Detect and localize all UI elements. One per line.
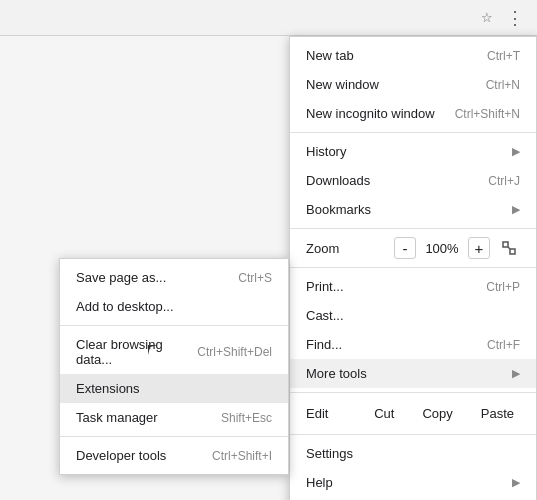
submenu-item-label: Save page as... [76,270,166,285]
star-icon: ☆ [481,10,493,25]
menu-icon: ⋮ [506,7,524,29]
browser-toolbar: ☆ ⋮ [0,0,537,36]
arrow-icon: ▶ [512,367,520,380]
menu-item-help[interactable]: Help ▶ [290,468,536,497]
submenu-task-manager[interactable]: Task manager Shift+Esc [60,403,288,432]
zoom-value: 100% [424,241,460,256]
sub-separator-2 [60,436,288,437]
copy-button[interactable]: Copy [408,401,466,426]
separator-4 [290,392,536,393]
submenu-item-label: Clear browsing data... [76,337,181,367]
zoom-minus-button[interactable]: - [394,237,416,259]
menu-item-shortcut: Ctrl+J [488,174,520,188]
submenu-add-desktop[interactable]: Add to desktop... [60,292,288,321]
menu-item-label: Find... [306,337,342,352]
zoom-row: Zoom - 100% + [290,233,536,263]
menu-item-new-incognito[interactable]: New incognito window Ctrl+Shift+N [290,99,536,128]
zoom-label: Zoom [306,241,394,256]
star-button[interactable]: ☆ [473,4,501,32]
menu-item-label: New tab [306,48,354,63]
arrow-icon: ▶ [512,203,520,216]
svg-rect-0 [503,242,508,247]
menu-item-history[interactable]: History ▶ [290,137,536,166]
menu-item-cast[interactable]: Cast... [290,301,536,330]
menu-item-label: Bookmarks [306,202,371,217]
submenu-extensions[interactable]: Extensions [60,374,288,403]
cut-button[interactable]: Cut [360,401,408,426]
separator-1 [290,132,536,133]
sub-separator-1 [60,325,288,326]
menu-item-label: Settings [306,446,353,461]
submenu-item-label: Developer tools [76,448,166,463]
submenu-item-shortcut: Ctrl+Shift+Del [197,345,272,359]
zoom-fullscreen-button[interactable] [498,237,520,259]
menu-item-label: Print... [306,279,344,294]
menu-button[interactable]: ⋮ [501,4,529,32]
menu-item-label: New window [306,77,379,92]
menu-item-new-tab[interactable]: New tab Ctrl+T [290,41,536,70]
menu-item-downloads[interactable]: Downloads Ctrl+J [290,166,536,195]
svg-line-2 [508,247,510,249]
menu-item-label: More tools [306,366,367,381]
zoom-controls: - 100% + [394,237,520,259]
menu-item-label: History [306,144,346,159]
zoom-plus-button[interactable]: + [468,237,490,259]
menu-item-bookmarks[interactable]: Bookmarks ▶ [290,195,536,224]
edit-row: Edit Cut Copy Paste [290,397,536,430]
menu-item-print[interactable]: Print... Ctrl+P [290,272,536,301]
separator-5 [290,434,536,435]
submenu-item-shortcut: Ctrl+S [238,271,272,285]
edit-label: Edit [298,406,360,421]
more-tools-submenu: Save page as... Ctrl+S Add to desktop...… [59,258,289,475]
plus-icon: + [475,240,484,257]
submenu-item-shortcut: Ctrl+Shift+I [212,449,272,463]
menu-item-label: Help [306,475,333,490]
submenu-save-page[interactable]: Save page as... Ctrl+S [60,263,288,292]
paste-button[interactable]: Paste [467,401,528,426]
minus-icon: - [403,240,408,257]
menu-item-find[interactable]: Find... Ctrl+F [290,330,536,359]
menu-item-label: Downloads [306,173,370,188]
submenu-item-label: Add to desktop... [76,299,174,314]
submenu-item-shortcut: Shift+Esc [221,411,272,425]
submenu-item-label: Task manager [76,410,158,425]
separator-3 [290,267,536,268]
arrow-icon: ▶ [512,145,520,158]
submenu-developer-tools[interactable]: Developer tools Ctrl+Shift+I [60,441,288,470]
menu-item-shortcut: Ctrl+N [486,78,520,92]
menu-item-shortcut: Ctrl+Shift+N [455,107,520,121]
menu-item-shortcut: Ctrl+F [487,338,520,352]
menu-item-label: New incognito window [306,106,435,121]
menu-item-new-window[interactable]: New window Ctrl+N [290,70,536,99]
svg-rect-1 [510,249,515,254]
menu-item-shortcut: Ctrl+T [487,49,520,63]
separator-2 [290,228,536,229]
chrome-menu: New tab Ctrl+T New window Ctrl+N New inc… [289,36,537,500]
submenu-item-label: Extensions [76,381,140,396]
submenu-clear-browsing[interactable]: Clear browsing data... Ctrl+Shift+Del [60,330,288,374]
menu-item-label: Cast... [306,308,344,323]
menu-item-shortcut: Ctrl+P [486,280,520,294]
menu-item-more-tools[interactable]: More tools ▶ [290,359,536,388]
arrow-icon: ▶ [512,476,520,489]
menu-item-settings[interactable]: Settings [290,439,536,468]
